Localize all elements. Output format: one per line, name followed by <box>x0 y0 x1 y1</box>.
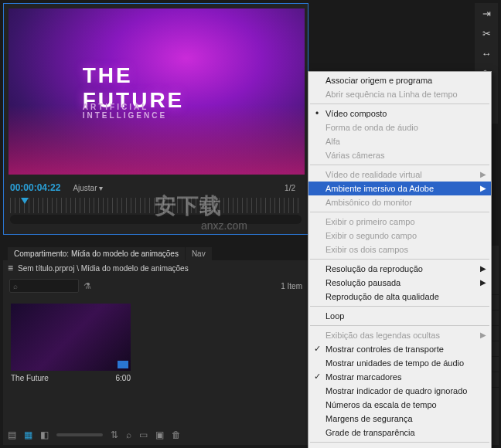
menu-item[interactable]: Associar origem e programa <box>308 73 491 87</box>
zoom-slider[interactable] <box>56 433 103 436</box>
trash-icon[interactable]: 🗑 <box>172 429 181 440</box>
clip-thumbnail[interactable]: The Future 6:00 <box>11 304 131 382</box>
menu-item[interactable]: Resolução da reprodução▶ <box>308 262 491 276</box>
clip-thumbnail-image[interactable] <box>11 304 131 371</box>
menu-item: Abrir sequência na Linha de tempo <box>308 87 491 101</box>
clip-name: The Future <box>11 374 49 382</box>
resolution-fraction[interactable]: 1/2 <box>285 184 295 192</box>
list-view-icon[interactable]: ▤ <box>8 429 16 440</box>
menu-item[interactable]: Loop <box>308 309 491 323</box>
menu-item: Forma de onda de áudio <box>308 120 491 134</box>
menu-item[interactable]: Números da escala de tempo <box>308 398 491 412</box>
new-bin-icon[interactable]: ▭ <box>139 429 148 440</box>
sort-icon[interactable]: ⇅ <box>111 429 118 440</box>
project-panel-tabs: Compartimento: Mídia do modelo de animaç… <box>3 246 308 260</box>
menu-item[interactable]: Mostrar marcadores <box>308 370 491 384</box>
nav-tab[interactable]: Nav <box>186 247 212 260</box>
menu-item[interactable]: Ambiente imersivo da Adobe▶ <box>308 182 491 195</box>
menu-separator <box>310 442 489 443</box>
menu-separator <box>310 165 489 165</box>
menu-item: Exibir o segundo campo <box>308 229 491 243</box>
project-breadcrumb-row: ≡ Sem título.prproj \ Mídia do modelo de… <box>3 260 308 276</box>
program-transport-ruler[interactable] <box>10 198 302 213</box>
program-video-frame[interactable]: THE FUTURE ARTIFICIAL INTELLIGENCE <box>9 8 305 175</box>
menu-separator <box>310 259 489 260</box>
submenu-arrow-icon: ▶ <box>480 278 486 287</box>
menu-separator <box>310 212 489 212</box>
freeform-view-icon[interactable]: ◧ <box>40 429 49 440</box>
program-context-menu: Associar origem e programaAbrir sequênci… <box>308 71 492 448</box>
menu-item: Exibição das legendas ocultas▶ <box>308 328 491 342</box>
menu-item[interactable]: Margens de segurança <box>308 412 491 426</box>
submenu-arrow-icon: ▶ <box>480 264 486 273</box>
slip-icon[interactable]: ↔ <box>479 46 493 60</box>
program-monitor: THE FUTURE ARTIFICIAL INTELLIGENCE 00:00… <box>3 3 308 235</box>
video-title-sub: ARTIFICIAL INTELLIGENCE <box>83 103 231 120</box>
submenu-arrow-icon: ▶ <box>480 170 486 178</box>
panel-menu-icon[interactable]: ≡ <box>8 263 13 273</box>
submenu-arrow-icon: ▶ <box>480 331 486 339</box>
menu-item: Editar câmeras... <box>308 445 491 448</box>
clip-duration: 6:00 <box>116 374 131 382</box>
playhead-icon[interactable] <box>21 198 29 204</box>
menu-item[interactable]: Resolução pausada▶ <box>308 276 491 290</box>
menu-item[interactable]: Mostrar controles de transporte <box>308 342 491 356</box>
menu-separator <box>310 306 489 307</box>
program-timecode[interactable]: 00:00:04:22 <box>10 182 60 193</box>
menu-item[interactable]: Grade de transparência <box>308 426 491 440</box>
filter-icon[interactable]: ⚗ <box>84 281 91 291</box>
submenu-arrow-icon: ▶ <box>480 184 486 192</box>
item-count-label: 1 Item <box>281 282 302 290</box>
new-item-icon[interactable]: ▣ <box>155 429 164 440</box>
menu-item: Ambisônico do monitor <box>308 195 491 209</box>
project-bottom-toolbar: ▤ ▦ ◧ ⇅ ⌕ ▭ ▣ 🗑 <box>8 429 304 440</box>
menu-item: Exibir os dois campos <box>308 243 491 256</box>
razor-icon[interactable]: ✂ <box>479 26 493 40</box>
search-input[interactable]: ⌕ <box>9 279 79 293</box>
find-icon[interactable]: ⌕ <box>126 429 131 440</box>
fit-dropdown[interactable]: Ajustar ▾ <box>73 184 103 192</box>
jog-wheel[interactable] <box>10 215 302 224</box>
icon-view-icon[interactable]: ▦ <box>24 429 32 440</box>
menu-item[interactable]: Vídeo composto <box>308 107 491 120</box>
program-controls-row: 00:00:04:22 Ajustar ▾ 1/2 <box>4 179 308 196</box>
ripple-edit-icon[interactable]: ⇥ <box>479 6 493 20</box>
menu-item: Várias câmeras <box>308 148 491 162</box>
menu-separator <box>310 325 489 326</box>
menu-item[interactable]: Mostrar unidades de tempo de áudio <box>308 356 491 370</box>
bin-tab[interactable]: Compartimento: Mídia do modelo de animaç… <box>8 247 185 260</box>
menu-item[interactable]: Mostrar indicador de quadro ignorado <box>308 384 491 398</box>
menu-item: Vídeo de realidade virtual▶ <box>308 168 491 182</box>
bin-area[interactable]: The Future 6:00 <box>3 296 308 390</box>
menu-item: Exibir o primeiro campo <box>308 215 491 229</box>
project-breadcrumb[interactable]: Sem título.prproj \ Mídia do modelo de a… <box>18 264 189 273</box>
project-search-row: ⌕ ⚗ 1 Item <box>3 276 308 296</box>
project-panel: Compartimento: Mídia do modelo de animaç… <box>3 246 308 445</box>
menu-separator <box>310 104 489 104</box>
menu-item[interactable]: Reprodução de alta qualidade <box>308 290 491 304</box>
menu-item: Alfa <box>308 134 491 148</box>
